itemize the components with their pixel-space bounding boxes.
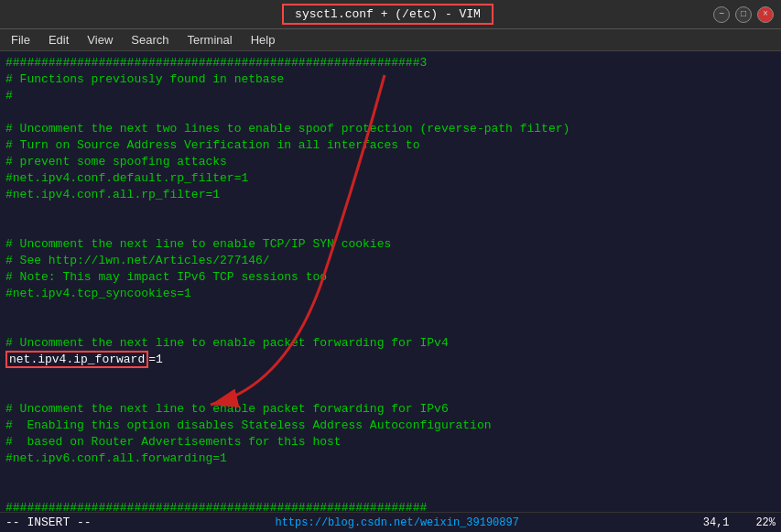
menu-search[interactable]: Search: [124, 31, 176, 49]
menu-terminal[interactable]: Terminal: [180, 31, 240, 49]
line-15: #net.ipv4.tcp_syncookies=1: [5, 286, 776, 302]
line-21: [5, 385, 776, 401]
line-9: #net.ipv4.conf.all.rp_filter=1: [5, 187, 776, 203]
line-13: # See http://lwn.net/Articles/277146/: [5, 253, 776, 269]
minimize-button[interactable]: −: [713, 6, 730, 23]
vim-mode: -- INSERT --: [5, 516, 92, 529]
line-11: [5, 220, 776, 236]
highlighted-keyword: net.ipv4.ip_forward: [5, 351, 148, 368]
window-controls: − □ ×: [713, 6, 774, 23]
title-bar: sysctl.conf + (/etc) - VIM − □ ×: [0, 0, 781, 29]
line-28: ########################################…: [5, 500, 776, 512]
window-title: sysctl.conf + (/etc) - VIM: [282, 4, 494, 25]
maximize-button[interactable]: □: [735, 6, 752, 23]
editor-area[interactable]: ########################################…: [0, 51, 781, 512]
line-12: # Uncomment the next line to enable TCP/…: [5, 236, 776, 253]
line-10: [5, 203, 776, 220]
line-5: # Uncomment the next two lines to enable…: [5, 121, 776, 137]
line-18: # Uncomment the next line to enable pack…: [5, 335, 776, 352]
line-27: [5, 483, 776, 500]
line-20: [5, 368, 776, 385]
cursor-position: 34,1 22%: [703, 516, 776, 529]
line-23: # Enabling this option disables Stateles…: [5, 418, 776, 434]
line-col: 34,1: [703, 516, 730, 529]
line-14: # Note: This may impact IPv6 TCP session…: [5, 269, 776, 286]
line-6: # Turn on Source Address Verification in…: [5, 137, 776, 154]
menu-help[interactable]: Help: [244, 31, 283, 49]
line-26: [5, 467, 776, 483]
line-17: [5, 319, 776, 335]
title-bar-center: sysctl.conf + (/etc) - VIM: [62, 4, 713, 25]
menu-edit[interactable]: Edit: [41, 31, 76, 49]
line-16: [5, 302, 776, 319]
menu-bar: File Edit View Search Terminal Help: [0, 29, 781, 51]
line-24: # based on Router Advertisements for thi…: [5, 434, 776, 451]
status-bar: -- INSERT -- https://blog.csdn.net/weixi…: [0, 512, 781, 532]
line-8: #net.ipv4.conf.default.rp_filter=1: [5, 170, 776, 187]
line-1: ########################################…: [5, 55, 776, 71]
line-4: [5, 104, 776, 121]
line-25: #net.ipv6.conf.all.forwarding=1: [5, 451, 776, 467]
line-3: #: [5, 88, 776, 104]
line-19-highlighted: net.ipv4.ip_forward=1: [5, 352, 776, 368]
menu-file[interactable]: File: [4, 31, 38, 49]
line-2: # Functions previously found in netbase: [5, 71, 776, 88]
line-7: # prevent some spoofing attacks: [5, 154, 776, 170]
status-url: https://blog.csdn.net/weixin_39190897: [275, 516, 518, 529]
scroll-pct: 22%: [755, 516, 776, 529]
menu-view[interactable]: View: [80, 31, 120, 49]
line-22: # Uncomment the next line to enable pack…: [5, 401, 776, 418]
close-button[interactable]: ×: [757, 6, 774, 23]
